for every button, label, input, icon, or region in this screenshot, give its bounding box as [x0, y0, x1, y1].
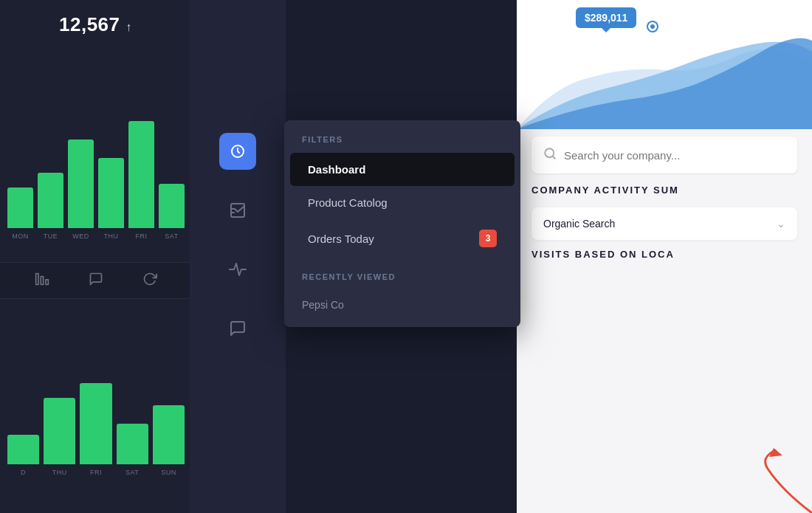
- activity-section: COMPANY ACTIVITY SUM Organic Search ⌄ VI…: [531, 185, 797, 260]
- search-input[interactable]: [564, 149, 785, 162]
- filters-label: FILTERS: [284, 120, 520, 153]
- bar-label: THU: [104, 233, 119, 240]
- sidebar-icon-checklist[interactable]: [219, 192, 256, 229]
- bar-label: MON: [12, 233, 29, 240]
- bar-wrap: SUN: [153, 405, 185, 476]
- menu-item-label: Dashboard: [308, 163, 365, 176]
- bar-wrap: THU: [44, 398, 75, 476]
- bar: [80, 383, 111, 464]
- bar: [38, 173, 63, 228]
- menu-item-dashboard[interactable]: Dashboard: [290, 153, 515, 186]
- menu-item-label: Product Catolog: [308, 196, 388, 209]
- bar-label-bottom: SAT: [125, 469, 139, 476]
- bar-label: WED: [72, 233, 89, 240]
- svg-rect-2: [46, 279, 48, 284]
- bar: [68, 140, 94, 228]
- bar: [7, 435, 39, 464]
- svg-rect-1: [41, 276, 43, 284]
- bar-chart-bottom: DTHUFRISATSUN: [0, 306, 192, 513]
- bar: [117, 424, 148, 464]
- chevron-down-icon: ⌄: [777, 218, 785, 230]
- metric-value: 12,567 ↑: [59, 13, 132, 36]
- bar: [153, 405, 185, 464]
- bar: [159, 184, 185, 228]
- activity-title: COMPANY ACTIVITY SUM: [531, 185, 797, 196]
- bar-wrap: MON: [7, 187, 33, 240]
- bar-label-bottom: THU: [52, 469, 67, 476]
- sidebar: [190, 0, 286, 513]
- svg-rect-0: [35, 273, 38, 284]
- organic-search-label: Organic Search: [543, 218, 615, 230]
- organic-search-card[interactable]: Organic Search ⌄: [531, 207, 797, 240]
- orders-badge: 3: [479, 230, 497, 247]
- bar-label: FRI: [136, 233, 148, 240]
- visits-title: VISITS BASED ON LOCA: [531, 249, 797, 260]
- bar-label-bottom: FRI: [90, 469, 102, 476]
- chart-dot: [648, 22, 657, 31]
- bar-chart-top: MONTUEWEDTHUFRISAT: [0, 144, 192, 262]
- menu-item-product[interactable]: Product Catolog: [290, 186, 515, 219]
- menu-item-orders[interactable]: Orders Today 3: [290, 219, 515, 258]
- bar-label: SAT: [165, 233, 178, 240]
- price-tag: $289,011: [576, 7, 636, 28]
- bar-label-bottom: SUN: [161, 469, 176, 476]
- bar-wrap: FRI: [80, 383, 111, 476]
- bar: [7, 187, 33, 228]
- bar: [128, 121, 154, 228]
- bar-label: TUE: [44, 233, 58, 240]
- sidebar-icon-activity[interactable]: [219, 251, 256, 288]
- bar-wrap: THU: [98, 158, 124, 240]
- right-panel: $289,011 COMPANY ACTIVITY SUM Organic Se…: [517, 0, 812, 513]
- bar-wrap: SAT: [117, 424, 148, 476]
- bar: [98, 158, 124, 228]
- red-arrow-decoration: [723, 447, 812, 513]
- chart-icon[interactable]: [35, 272, 49, 290]
- icon-row: [0, 262, 192, 299]
- bar: [44, 398, 75, 464]
- recent-item-pepsi[interactable]: Pepsi Co: [284, 290, 520, 320]
- bar-wrap: D: [7, 435, 39, 476]
- chart-area: $289,011: [517, 0, 812, 129]
- reload-icon[interactable]: [142, 272, 157, 290]
- bar-label-bottom: D: [21, 469, 26, 476]
- bar-wrap: TUE: [38, 173, 63, 240]
- recently-label: RECENTLY VIEWED: [284, 258, 520, 290]
- svg-line-8: [552, 156, 554, 158]
- bar-wrap: FRI: [128, 121, 154, 240]
- sidebar-icon-dashboard[interactable]: [219, 133, 256, 170]
- menu-item-label: Orders Today: [308, 233, 374, 245]
- search-bar: [531, 137, 797, 173]
- sidebar-icon-chat[interactable]: [219, 310, 256, 347]
- message-icon[interactable]: [89, 272, 103, 290]
- metric-arrow: ↑: [125, 21, 132, 33]
- bar-wrap: WED: [68, 140, 94, 240]
- dropdown-menu: FILTERS Dashboard Product Catolog Orders…: [284, 120, 520, 327]
- left-panel: 12,567 ↑ MONTUEWEDTHUFRISAT DTHUFRISATSU…: [0, 0, 192, 513]
- bar-wrap: SAT: [159, 184, 185, 240]
- svg-rect-4: [231, 204, 244, 217]
- search-icon: [543, 147, 557, 164]
